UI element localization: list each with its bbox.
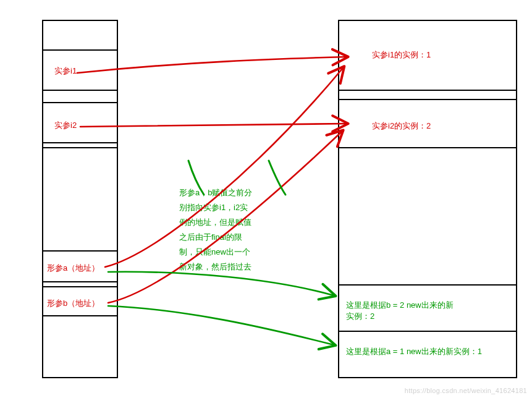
arrow-i2-to-instance2	[80, 124, 346, 127]
left-div-9	[42, 315, 118, 316]
left-div-1	[42, 49, 118, 51]
cut-mark-2	[269, 161, 285, 195]
arrow-a-to-new-b	[108, 272, 334, 295]
left-cell-5-label: 形参a（地址）	[47, 263, 99, 274]
right-div-4	[338, 284, 517, 286]
right-cell-2-label: 实参i2的实例：2	[372, 121, 431, 132]
left-cell-2-label: 实参i2	[54, 120, 77, 131]
left-div-7	[42, 281, 118, 282]
middle-note: 形参a，b赋值之前分 别指向实参i1，i2实 例的地址，但是赋值 之后由于fin…	[179, 185, 252, 274]
left-div-4	[42, 142, 118, 143]
right-div-5	[338, 331, 517, 332]
left-div-2	[42, 90, 118, 91]
left-div-5	[42, 147, 118, 148]
left-cell-6-label: 形参b（地址）	[47, 298, 99, 309]
right-column-box	[338, 20, 517, 378]
watermark-text: https://blog.csdn.net/weixin_41624181	[405, 387, 527, 394]
left-div-3	[42, 102, 118, 103]
arrow-b-to-new-a	[108, 306, 334, 345]
right-cell-1-label: 实参i1的实例：1	[372, 49, 431, 61]
diagram-canvas: 实参i1 实参i2 形参a（地址） 形参b（地址） 实参i1的实例：1 实参i2…	[0, 0, 532, 398]
right-cell-6-label: 这里是根据a = 1 new出来的新实例：1	[346, 346, 482, 357]
right-div-1	[338, 90, 517, 91]
right-div-2	[338, 99, 517, 100]
right-div-3	[338, 147, 517, 148]
left-column-box	[42, 20, 118, 378]
right-cell-5-label: 这里是根据b = 2 new出来的新 实例：2	[346, 300, 454, 322]
left-cell-1-label: 实参i1	[54, 66, 77, 77]
left-div-6	[42, 250, 118, 252]
left-div-8	[42, 286, 118, 287]
